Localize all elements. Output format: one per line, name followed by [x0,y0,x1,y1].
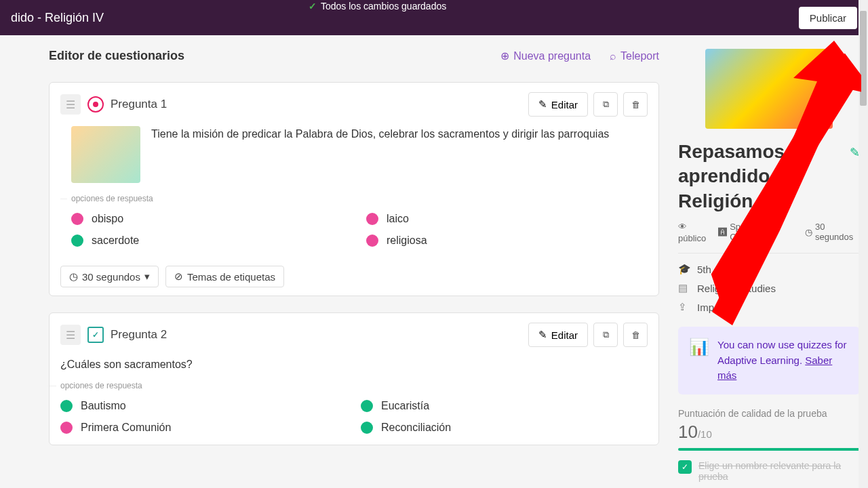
option-dot [366,213,378,225]
chart-icon: 📊 [689,338,709,384]
teleport-button[interactable]: ⌕ Teleport [610,49,659,62]
adaptive-learning-info: 📊 You can now use quizzes for Adaptive L… [678,327,860,394]
duration-meta[interactable]: ◷30 segundos [805,222,860,243]
language-icon: 🅰 [718,227,727,237]
subject-row[interactable]: ▤ Religious Studies [678,282,860,294]
editor-panel: Editor de cuestionarios ⊕ Nueva pregunta… [0,35,670,488]
tags-chip[interactable]: ⊘ Temas de etiquetas [165,266,284,287]
delete-button[interactable]: 🗑 [623,323,648,347]
quiz-title: Repasamos lo aprendido - Religión IV [678,140,844,214]
page-title: dido - Religión IV [11,11,104,25]
answer-option: Bautismo [60,400,347,412]
check-icon: ✓ [309,1,317,12]
option-dot [361,400,373,412]
search-icon: ⌕ [610,50,616,62]
answer-option: laico [366,213,648,225]
question-text: ¿Cuáles son sacramentos? [60,357,648,373]
app-header: dido - Religión IV ✓ Todos los cambios g… [0,0,868,35]
clock-icon: ◷ [805,227,812,237]
option-dot [60,422,73,434]
option-dot [366,235,378,247]
grade-row[interactable]: 🎓 5th curso [678,263,860,275]
new-question-button[interactable]: ⊕ Nueva pregunta [500,49,591,62]
quiz-thumbnail[interactable] [705,49,833,129]
scrollbar-thumb[interactable] [860,11,867,106]
upload-icon: ⇪ [678,301,690,313]
import-row[interactable]: ⇪ Importar [678,301,860,313]
answer-option: Primera Comunión [60,422,347,434]
sidebar-panel: Repasamos lo aprendido - Religión IV ✎ 👁… [670,35,868,488]
time-chip[interactable]: ◷ 30 segundos ▾ [60,266,159,287]
radio-type-icon [87,96,104,113]
language-meta[interactable]: 🅰Spanish; Castilian [718,222,793,243]
copy-button[interactable]: ⧉ [593,92,618,117]
edit-button[interactable]: ✎ Editar [528,323,588,347]
pencil-icon: ✎ [538,98,547,110]
trash-icon: 🗑 [631,330,640,340]
question-label: Pregunta 2 [111,328,167,342]
drag-handle-icon[interactable]: ☰ [60,94,81,115]
editor-title: Editor de cuestionarios [49,49,184,63]
quality-score: Puntuación de calidad de la prueba 10/10… [678,408,860,482]
clock-icon: ◷ [69,270,78,283]
visibility-meta[interactable]: 👁 público [678,222,706,243]
copy-icon: ⧉ [603,99,609,110]
book-icon: ▤ [678,282,690,294]
edit-button[interactable]: ✎ Editar [528,92,588,117]
option-dot [361,422,373,434]
question-thumbnail [71,126,140,183]
options-label: opciones de respuesta [71,194,648,203]
answer-option: religiosa [366,235,648,247]
tag-icon: ⊘ [174,270,183,283]
question-label: Pregunta 1 [111,98,167,111]
save-status: ✓ Todos los cambios guardados [309,0,446,12]
drag-handle-icon[interactable]: ☰ [60,325,81,345]
question-card: ☰ ✓ Pregunta 2 ✎ Editar ⧉ 🗑 ¿Cuáles son … [49,312,659,445]
checkbox-type-icon: ✓ [87,327,104,343]
trash-icon: 🗑 [631,100,640,110]
delete-button[interactable]: 🗑 [623,92,648,117]
question-card: ☰ Pregunta 1 ✎ Editar ⧉ 🗑 Tiene la misió… [49,82,659,296]
chevron-down-icon: ▾ [144,270,150,283]
option-dot [71,235,83,247]
option-dot [71,213,83,225]
score-progress-bar [678,448,860,451]
options-label: opciones de respuesta [60,381,648,390]
answer-option: sacerdote [71,235,353,247]
check-icon: ✓ [678,460,692,474]
scrollbar-track [859,0,868,488]
pencil-icon: ✎ [538,329,547,341]
copy-button[interactable]: ⧉ [593,323,618,347]
option-dot [60,400,73,412]
answer-option: Reconciliación [361,422,648,434]
graduation-icon: 🎓 [678,263,690,275]
copy-icon: ⧉ [603,329,609,340]
eye-icon: 👁 [678,222,687,232]
question-text: Tiene la misión de predicar la Palabra d… [151,126,609,183]
publish-button[interactable]: Publicar [799,7,857,29]
answer-option: obispo [71,213,353,225]
plus-circle-icon: ⊕ [500,49,509,62]
answer-option: Eucaristía [361,400,648,412]
